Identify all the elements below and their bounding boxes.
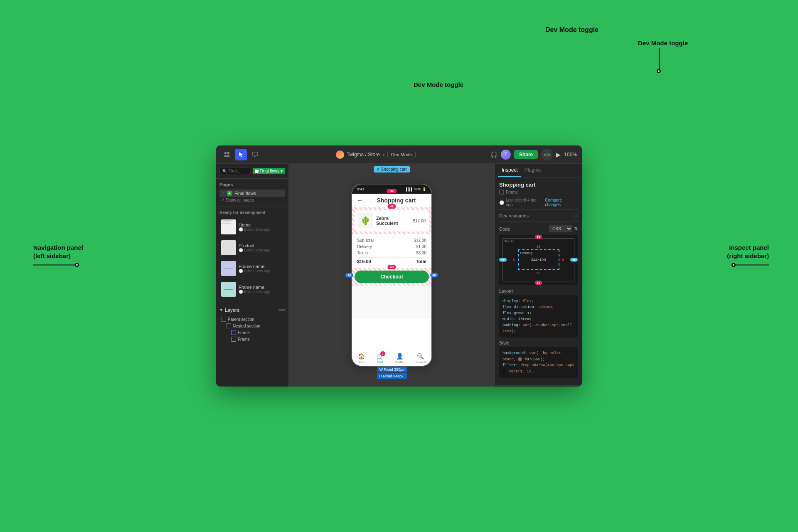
layout-line-2: flex-direction: column; bbox=[502, 304, 574, 310]
inspect-arrow-dot bbox=[732, 263, 736, 267]
language-select[interactable]: CSS SCSS bbox=[549, 225, 572, 232]
layers-label: Layers bbox=[225, 308, 239, 313]
dev-mode-arrow-line bbox=[659, 48, 660, 69]
dev-mode-arrow-dot bbox=[657, 69, 661, 73]
battery-icon: 🔋 bbox=[422, 187, 426, 191]
right-panel: Inspect Plugins Shopping cart Frame 🕐 La… bbox=[495, 164, 582, 387]
toolbar-right: 🎧 T Share </> ▶ 100% bbox=[490, 149, 577, 160]
checkout-button[interactable]: Checkout bbox=[355, 271, 429, 283]
toolbar-center: Twigma / Store ▾ Dev Mode bbox=[264, 150, 487, 159]
dev-mode-annotation-title: Dev Mode toggle bbox=[638, 39, 688, 47]
profile-icon: 👤 bbox=[396, 353, 403, 360]
layer-parent-section[interactable]: Parent section bbox=[219, 316, 285, 323]
page-check-icon: ✓ bbox=[221, 191, 224, 196]
layers-menu-icon[interactable]: ••• bbox=[279, 307, 285, 313]
frame-card-2[interactable]: Frame name 🕐 Edited 2hrs ago bbox=[219, 280, 285, 299]
frame-card-home[interactable]: Home 🕐 Edited 2hrs ago bbox=[219, 217, 285, 236]
nav-panel-annotation: Navigation panel(left sidebar) bbox=[33, 244, 83, 267]
frame-icon-2 bbox=[231, 337, 236, 342]
sort-icon[interactable]: ⇅ bbox=[574, 226, 578, 232]
grid-icon[interactable] bbox=[221, 149, 233, 160]
frame-subtitle: Frame bbox=[499, 190, 578, 195]
pad-top-val: 16 bbox=[536, 244, 540, 249]
order-summary: Sub-total $12.00 Delivery $1.00 Taxes $3… bbox=[352, 234, 431, 268]
dev-mode-label: Dev Mode bbox=[387, 151, 416, 158]
plugins-tab[interactable]: Plugins bbox=[521, 164, 544, 177]
flow-badge[interactable]: Final flows ▾ bbox=[253, 168, 285, 174]
subtotal-row: Sub-total $12.00 bbox=[357, 237, 426, 244]
left-sidebar: 🔍 Find... Final flows ▾ Pages ✓ ⚡ Final … bbox=[216, 164, 289, 387]
striped-area-top: 48 🌵 Zebra Succulent $12.00 bbox=[352, 207, 431, 234]
cart-badge-container: 🛒 1 bbox=[377, 353, 384, 360]
badge-right: 40 bbox=[430, 273, 438, 278]
figma-window: Twigma / Store ▾ Dev Mode 🎧 T Share </> … bbox=[216, 145, 582, 387]
box-center-dimensions: 344×100 bbox=[531, 258, 546, 262]
shop-label: Shop bbox=[357, 360, 365, 364]
share-button[interactable]: Share bbox=[514, 150, 538, 159]
box-left-badge: 16 bbox=[499, 258, 507, 262]
nav-panel-annotation-text: Navigation panel(left sidebar) bbox=[33, 244, 83, 260]
page-item-final-flows[interactable]: ✓ ⚡ Final flows bbox=[219, 190, 285, 197]
taxes-label: Taxes bbox=[357, 251, 368, 255]
phone-frame: 9:41 ▌▌▌ WiFi 🔋 ← Shopping cart bbox=[351, 184, 432, 367]
layout-line-1: display: flex; bbox=[502, 298, 574, 304]
nav-arrow-dot bbox=[75, 263, 79, 267]
show-pages-label: Show all pages bbox=[226, 198, 254, 202]
badge-48-top: 48 bbox=[387, 204, 396, 209]
pages-section-title: Pages bbox=[219, 182, 285, 187]
clock-icon-4: 🕐 bbox=[239, 290, 243, 294]
inspect-tab[interactable]: Inspect bbox=[498, 164, 521, 177]
nav-search[interactable]: 🔍 Search bbox=[415, 353, 426, 364]
layer-nested-section[interactable]: Nested section bbox=[224, 323, 285, 329]
layout-code-block: display: flex; flex-direction: column; f… bbox=[499, 295, 578, 337]
cart-label: Cart bbox=[377, 360, 383, 364]
nav-shop[interactable]: 🏠 Shop bbox=[357, 353, 365, 364]
back-arrow-icon[interactable]: ← bbox=[357, 197, 363, 204]
product-price: $12.00 bbox=[403, 219, 426, 223]
signal-icon: ▌▌▌ bbox=[406, 187, 413, 191]
wifi-icon: WiFi bbox=[414, 187, 421, 191]
frame-time-1: 🕐 Edited 2hrs ago bbox=[239, 269, 283, 273]
dimension-labels: W Fixed 390px H Fixed 844px bbox=[377, 367, 406, 379]
show-all-pages-button[interactable]: ⠿ Show all pages bbox=[219, 197, 285, 203]
product-name: Zebra Succulent bbox=[376, 216, 399, 226]
comment-icon[interactable] bbox=[249, 149, 261, 160]
style-code-block: background: var(--bg-color-brand, #97655… bbox=[499, 347, 578, 378]
layers-section: ▼ Layers ••• Parent section Nested secti… bbox=[216, 304, 288, 387]
last-edited-info: 🕐 Last edited 4 hrs ago Compare changes bbox=[499, 198, 578, 207]
nav-profile[interactable]: 👤 Profile bbox=[395, 353, 404, 364]
flow-badge-chevron: ▾ bbox=[281, 169, 283, 173]
frame-info-home: Home 🕐 Edited 2hrs ago bbox=[239, 222, 283, 232]
canvas-tab-label: Shopping cart bbox=[381, 167, 407, 172]
add-resource-icon[interactable]: + bbox=[574, 212, 578, 219]
layer-frame-1[interactable]: Frame bbox=[229, 329, 285, 336]
cursor-icon[interactable] bbox=[235, 149, 247, 160]
find-input[interactable]: 🔍 Find... bbox=[219, 167, 250, 175]
zoom-level[interactable]: 100% bbox=[564, 152, 577, 158]
layer-frame-2[interactable]: Frame bbox=[229, 336, 285, 342]
frame-name-product: Product bbox=[239, 243, 283, 248]
delivery-label: Delivery bbox=[357, 244, 372, 249]
box-model-diagram: 16 16 16 16 Border Padding 16 16 8 bbox=[499, 235, 578, 285]
collapse-icon[interactable]: ▼ bbox=[219, 308, 223, 312]
dev-mode-toggle-button[interactable]: </> bbox=[541, 149, 553, 160]
clock-small-icon: 🕐 bbox=[499, 200, 504, 205]
canvas-area: ≡ Shopping cart 32 40 40 9:41 ▌▌▌ bbox=[289, 164, 495, 387]
headphone-icon[interactable]: 🎧 bbox=[490, 151, 498, 158]
inspect-panel-annotation-text: Inspect panel(right sidebar) bbox=[727, 244, 769, 260]
frame-thumb-2 bbox=[221, 282, 236, 297]
frame-card-product[interactable]: Product 🕐 Edited 2hrs ago bbox=[219, 238, 285, 257]
style-line-2: filter: drop-shadow(4px 8px 24px rgba(1,… bbox=[502, 362, 574, 374]
border-box: Border Padding 16 16 8 8 344×100 bbox=[502, 238, 574, 281]
layer-parent-label: Parent section bbox=[228, 317, 254, 322]
layout-line-3: flex-grow: 1; bbox=[502, 310, 574, 316]
section-icon bbox=[221, 317, 226, 322]
svg-rect-2 bbox=[224, 155, 227, 157]
play-icon[interactable]: ▶ bbox=[556, 151, 561, 158]
badge-left: 40 bbox=[345, 273, 353, 278]
nav-cart[interactable]: 🛒 1 Cart bbox=[377, 353, 384, 364]
code-section: Code CSS SCSS ⇅ 16 bbox=[499, 225, 578, 285]
dev-mode-toggle-annotation: Dev Mode toggle bbox=[545, 26, 598, 34]
frame-card-1[interactable]: Frame name 🕐 Edited 2hrs ago bbox=[219, 259, 285, 278]
compare-changes-link[interactable]: Compare changes bbox=[545, 198, 578, 207]
